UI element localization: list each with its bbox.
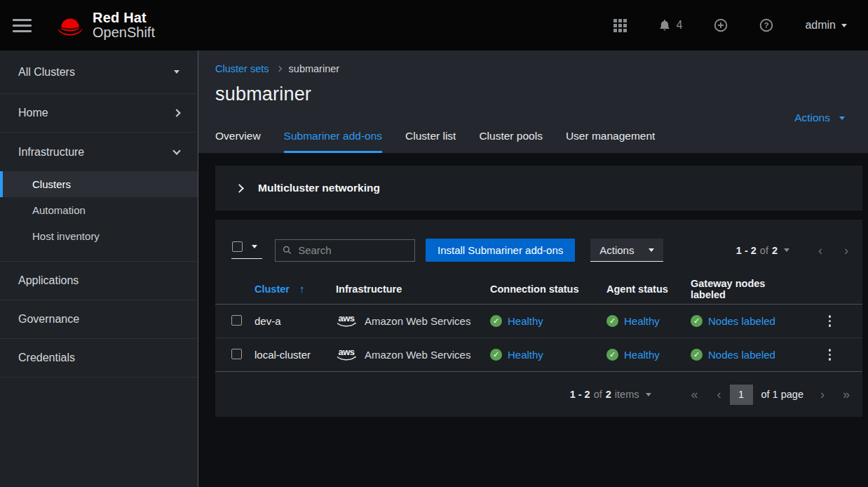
row-kebab-menu[interactable] <box>825 312 835 331</box>
last-page-button[interactable]: » <box>843 388 850 401</box>
caret-down-icon[interactable] <box>784 248 789 252</box>
nav-toggle-icon[interactable] <box>13 19 32 32</box>
notification-count: 4 <box>677 19 683 32</box>
bulk-select-checkbox[interactable] <box>232 241 243 252</box>
table-header-row: Cluster ↑ Infrastructure Connection stat… <box>215 274 862 305</box>
pagination-total: 2 <box>772 245 778 256</box>
search-input[interactable] <box>298 244 407 256</box>
check-circle-icon: ✓ <box>490 349 502 361</box>
perspective-switcher[interactable]: All Clusters <box>0 51 198 94</box>
check-circle-icon: ✓ <box>606 315 618 327</box>
column-header-agent-status: Agent status <box>597 283 681 295</box>
sidebar-item-infrastructure[interactable]: Infrastructure <box>0 133 198 171</box>
previous-page-button[interactable]: ‹ <box>717 388 721 401</box>
aws-swoosh <box>337 322 356 328</box>
sidebar-group-infrastructure: Infrastructure Clusters Automation Host … <box>0 133 198 262</box>
caret-down-icon <box>839 116 845 120</box>
caret-down-icon[interactable] <box>646 393 651 396</box>
page-header: Cluster sets submariner submariner Actio… <box>198 51 868 153</box>
tab-cluster-pools[interactable]: Cluster pools <box>479 123 542 153</box>
install-submariner-addons-button[interactable]: Install Submariner add-ons <box>426 239 575 262</box>
previous-page-button[interactable]: ‹ <box>818 244 822 257</box>
page-content: Multicluster networking <box>198 153 868 487</box>
app-launcher-button[interactable] <box>613 19 627 32</box>
sidebar-item-host-inventory[interactable]: Host inventory <box>0 223 198 249</box>
sidebar-item-label: Home <box>18 107 48 119</box>
aws-icon: aws <box>336 315 357 328</box>
question-circle-icon: ? <box>759 18 773 32</box>
user-menu-button[interactable]: admin <box>805 19 847 32</box>
tab-cluster-list[interactable]: Cluster list <box>405 123 456 153</box>
check-circle-icon: ✓ <box>606 349 618 361</box>
sidebar-item-credentials[interactable]: Credentials <box>0 339 198 378</box>
main-area: Cluster sets submariner submariner Actio… <box>198 51 868 487</box>
row-checkbox[interactable] <box>231 349 242 359</box>
caret-down-icon <box>841 24 847 27</box>
agent-status-link[interactable]: Healthy <box>624 349 660 361</box>
hamburger-bar <box>13 30 32 32</box>
connection-status-link[interactable]: Healthy <box>508 349 543 361</box>
breadcrumb-current: submariner <box>289 63 340 74</box>
page-actions-dropdown[interactable]: Actions <box>794 112 845 124</box>
table-actions-label: Actions <box>599 244 634 256</box>
tab-submariner-add-ons[interactable]: Submariner add-ons <box>284 123 382 153</box>
table-actions-dropdown[interactable]: Actions <box>590 239 663 262</box>
bulk-select-dropdown[interactable] <box>231 241 262 259</box>
clusters-table: Cluster ↑ Infrastructure Connection stat… <box>215 274 862 372</box>
sidebar-item-applications[interactable]: Applications <box>0 262 198 300</box>
check-circle-icon: ✓ <box>691 349 703 361</box>
masthead: Red Hat OpenShift 4 ? <box>0 0 868 51</box>
chevron-down-icon <box>172 147 180 154</box>
page-number-input[interactable] <box>730 385 753 405</box>
connection-status-link[interactable]: Healthy <box>508 315 543 327</box>
create-button[interactable] <box>714 18 728 32</box>
chevron-right-icon <box>276 66 281 72</box>
column-header-cluster: Cluster <box>255 283 290 295</box>
brand-line2: OpenShift <box>93 25 155 40</box>
gateway-nodes-link[interactable]: Nodes labeled <box>708 349 775 361</box>
sidebar-item-clusters[interactable]: Clusters <box>0 171 198 197</box>
search-icon <box>283 245 292 255</box>
tab-bar: Overview Submariner add-ons Cluster list… <box>215 123 847 153</box>
pagination-range: 1 - 2 <box>570 389 590 400</box>
tab-user-management[interactable]: User management <box>566 123 656 153</box>
gateway-nodes-link[interactable]: Nodes labeled <box>708 315 775 327</box>
sidebar-item-label: Host inventory <box>32 230 100 242</box>
chevron-right-icon <box>172 109 180 116</box>
tab-overview[interactable]: Overview <box>215 123 261 153</box>
caret-down-icon <box>252 245 257 248</box>
pagination-bottom: 1 - 2 of 2 items « ‹ of 1 page › » <box>215 372 862 417</box>
sidebar-item-label: Governance <box>18 313 79 326</box>
table-toolbar: Install Submariner add-ons Actions 1 - 2… <box>215 220 862 262</box>
sidebar-item-label: Credentials <box>18 352 75 364</box>
redhat-openshift-logo[interactable]: Red Hat OpenShift <box>55 11 155 40</box>
perspective-label: All Clusters <box>18 66 75 79</box>
bell-icon <box>658 19 671 32</box>
sort-by-cluster-button[interactable]: Cluster ↑ <box>255 283 304 295</box>
multicluster-networking-expandable[interactable]: Multicluster networking <box>215 166 862 211</box>
sort-ascending-icon: ↑ <box>299 283 305 295</box>
grid-icon <box>613 19 627 32</box>
row-checkbox[interactable] <box>231 315 242 326</box>
plus-circle-icon <box>714 18 728 32</box>
sidebar-item-label: Clusters <box>32 178 71 190</box>
row-kebab-menu[interactable] <box>825 345 835 364</box>
pagination-items-label: items <box>615 389 639 400</box>
agent-status-link[interactable]: Healthy <box>624 315 660 327</box>
next-page-button[interactable]: › <box>820 388 825 401</box>
sidebar-item-label: Automation <box>32 204 86 216</box>
hamburger-bar <box>13 19 32 21</box>
sidebar-item-label: Infrastructure <box>18 146 84 159</box>
sidebar-item-governance[interactable]: Governance <box>0 300 198 339</box>
aws-swoosh <box>337 356 356 361</box>
notifications-button[interactable]: 4 <box>658 19 683 32</box>
brand-text: Red Hat OpenShift <box>93 11 155 40</box>
caret-down-icon <box>649 248 654 252</box>
sidebar-item-automation[interactable]: Automation <box>0 197 198 223</box>
next-page-button[interactable]: › <box>844 244 848 257</box>
breadcrumb-link-cluster-sets[interactable]: Cluster sets <box>215 63 269 74</box>
help-button[interactable]: ? <box>759 18 773 32</box>
sidebar-item-home[interactable]: Home <box>0 94 198 133</box>
cluster-name: local-cluster <box>246 349 325 361</box>
first-page-button[interactable]: « <box>691 388 698 401</box>
